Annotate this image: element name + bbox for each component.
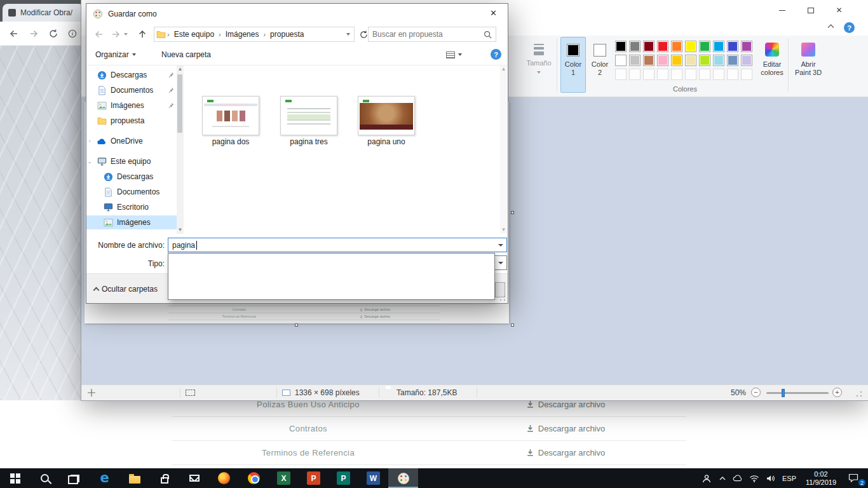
canvas-resize-handle-bottom[interactable] xyxy=(295,323,298,327)
nav-history-dropdown[interactable] xyxy=(122,27,130,42)
palette-swatch[interactable] xyxy=(615,41,627,52)
maximize-button[interactable] xyxy=(796,1,825,20)
palette-empty-slot[interactable] xyxy=(685,69,696,80)
ribbon-collapse-button[interactable] xyxy=(827,24,834,29)
browser-back-button[interactable] xyxy=(9,29,19,39)
scrollbar-thumb[interactable] xyxy=(177,74,182,133)
file-name[interactable]: pagina dos xyxy=(193,137,269,146)
open-paint3d-button[interactable]: Abrir Paint 3D xyxy=(790,37,826,93)
organize-button[interactable]: Organizar xyxy=(92,47,140,62)
language-indicator[interactable]: ESP xyxy=(779,468,799,488)
filename-autocomplete-dropdown[interactable] xyxy=(168,253,495,300)
browser-forward-button[interactable] xyxy=(29,29,39,39)
site-info-icon[interactable] xyxy=(68,29,77,38)
palette-swatch[interactable] xyxy=(685,55,696,66)
views-button[interactable] xyxy=(442,47,466,62)
taskbar-powerpoint[interactable]: P xyxy=(299,468,329,488)
volume-button[interactable] xyxy=(763,468,779,488)
taskbar-paint-active[interactable] xyxy=(388,468,418,488)
palette-empty-slot[interactable] xyxy=(629,69,641,80)
palette-swatch[interactable] xyxy=(629,55,641,66)
palette-empty-slot[interactable] xyxy=(615,69,627,80)
file-name[interactable]: pagina uno xyxy=(348,137,424,146)
palette-empty-slot[interactable] xyxy=(713,69,724,80)
taskbar-store[interactable] xyxy=(149,468,179,488)
file-thumbnail-pagina-dos[interactable] xyxy=(202,96,259,135)
download-link[interactable]: Descargar archivo xyxy=(445,400,686,409)
canvas-resize-handle-right[interactable] xyxy=(511,211,514,214)
task-view-button[interactable] xyxy=(60,468,90,488)
zoom-slider-thumb[interactable] xyxy=(782,389,785,397)
expander-icon[interactable]: › xyxy=(86,138,93,144)
scroll-up-icon[interactable]: ▲ xyxy=(500,66,507,72)
palette-swatch[interactable] xyxy=(643,55,654,66)
taskbar-search-button[interactable] xyxy=(30,468,60,488)
dialog-close-button[interactable]: ✕ xyxy=(479,4,508,22)
palette-empty-slot[interactable] xyxy=(643,69,654,80)
clock[interactable]: 0:02 11/9/2019 xyxy=(799,468,843,488)
zoom-slider[interactable] xyxy=(766,392,829,394)
taskbar-publisher[interactable]: P xyxy=(329,468,358,488)
sidebar-scrollbar[interactable]: ▲ ▼ xyxy=(177,65,184,234)
dialog-help-button[interactable]: ? xyxy=(491,49,501,60)
search-input[interactable] xyxy=(369,30,484,39)
taskbar-file-explorer[interactable] xyxy=(119,468,149,488)
palette-swatch[interactable] xyxy=(671,55,682,66)
size-button[interactable]: Tamaño xyxy=(525,37,553,93)
zoom-out-button[interactable]: − xyxy=(751,388,761,397)
palette-swatch[interactable] xyxy=(741,41,752,52)
sidebar-item-descargas-pc[interactable]: Descargas xyxy=(86,170,177,184)
color2-button[interactable]: Color 2 xyxy=(587,37,613,93)
sidebar-item-imagenes-pc[interactable]: Imágenes xyxy=(86,215,177,229)
palette-swatch[interactable] xyxy=(657,55,668,66)
show-hidden-icons-button[interactable] xyxy=(715,468,729,488)
breadcrumb-item[interactable]: Imágenes xyxy=(222,27,262,41)
scroll-down-icon[interactable]: ▼ xyxy=(500,227,507,233)
scroll-down-icon[interactable]: ▼ xyxy=(177,227,184,233)
taskbar-edge[interactable]: e xyxy=(90,468,119,488)
file-thumbnail-pagina-tres[interactable] xyxy=(280,96,337,135)
breadcrumb-item[interactable]: propuesta xyxy=(267,27,307,41)
filename-dropdown-button[interactable] xyxy=(495,239,506,251)
palette-swatch[interactable] xyxy=(713,55,724,66)
taskbar-mail[interactable] xyxy=(179,468,209,488)
palette-swatch[interactable] xyxy=(615,55,627,66)
nav-up-button[interactable] xyxy=(135,27,150,42)
palette-empty-slot[interactable] xyxy=(727,69,738,80)
canvas-resize-handle-corner[interactable] xyxy=(511,323,514,327)
wifi-button[interactable] xyxy=(746,468,763,488)
breadcrumb-dropdown-icon[interactable] xyxy=(346,33,350,36)
start-button[interactable] xyxy=(0,468,30,488)
breadcrumb[interactable]: › Este equipo › Imágenes › propuesta xyxy=(154,27,355,42)
expander-icon[interactable]: ⌄ xyxy=(86,158,93,165)
palette-swatch[interactable] xyxy=(727,41,738,52)
paint-help-button[interactable]: ? xyxy=(844,22,855,33)
taskbar-chrome[interactable] xyxy=(239,468,269,488)
sidebar-item-este-equipo[interactable]: ⌄ Este equipo xyxy=(86,154,177,168)
people-button[interactable] xyxy=(698,468,715,488)
file-name[interactable]: pagina tres xyxy=(271,137,347,146)
edit-colors-button[interactable]: Editar colores xyxy=(757,37,787,93)
breadcrumb-item[interactable]: Este equipo xyxy=(171,27,217,41)
dialog-resize-grip[interactable] xyxy=(499,294,506,302)
sidebar-item-documentos-pc[interactable]: Documentos xyxy=(86,185,177,199)
sidebar-item-escritorio[interactable]: Escritorio xyxy=(86,200,177,214)
taskbar-excel[interactable]: X xyxy=(269,468,299,488)
palette-swatch[interactable] xyxy=(643,41,654,52)
resize-grip[interactable] xyxy=(855,390,863,398)
sidebar-item-documentos[interactable]: Documentos xyxy=(86,83,177,97)
palette-swatch[interactable] xyxy=(741,55,752,66)
palette-swatch[interactable] xyxy=(699,55,710,66)
new-folder-button[interactable]: Nueva carpeta xyxy=(158,47,215,62)
search-box[interactable] xyxy=(368,27,496,42)
color1-button[interactable]: Color 1 xyxy=(560,37,586,93)
sidebar-item-propuesta[interactable]: propuesta xyxy=(86,114,177,128)
palette-swatch[interactable] xyxy=(727,55,738,66)
onedrive-tray-button[interactable] xyxy=(729,468,746,488)
palette-swatch[interactable] xyxy=(713,41,724,52)
scroll-up-icon[interactable]: ▲ xyxy=(177,66,184,72)
sidebar-item-descargas[interactable]: Descargas xyxy=(86,68,177,82)
sidebar-item-imagenes[interactable]: Imágenes xyxy=(86,98,177,112)
palette-swatch[interactable] xyxy=(657,41,668,52)
taskbar-firefox[interactable] xyxy=(209,468,239,488)
